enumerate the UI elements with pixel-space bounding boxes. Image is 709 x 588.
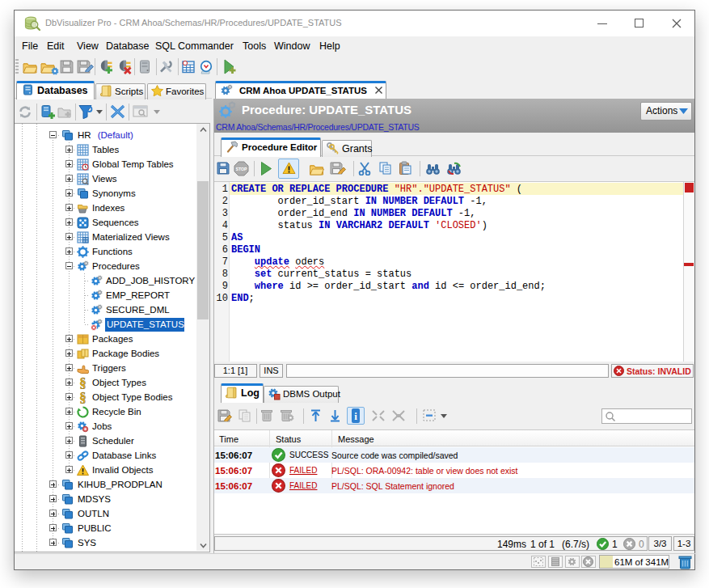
- svg-text:§: §: [79, 377, 87, 389]
- svg-text:§: §: [79, 391, 87, 404]
- svg-text:STOP: STOP: [235, 167, 247, 171]
- svg-text:i: i: [354, 410, 357, 422]
